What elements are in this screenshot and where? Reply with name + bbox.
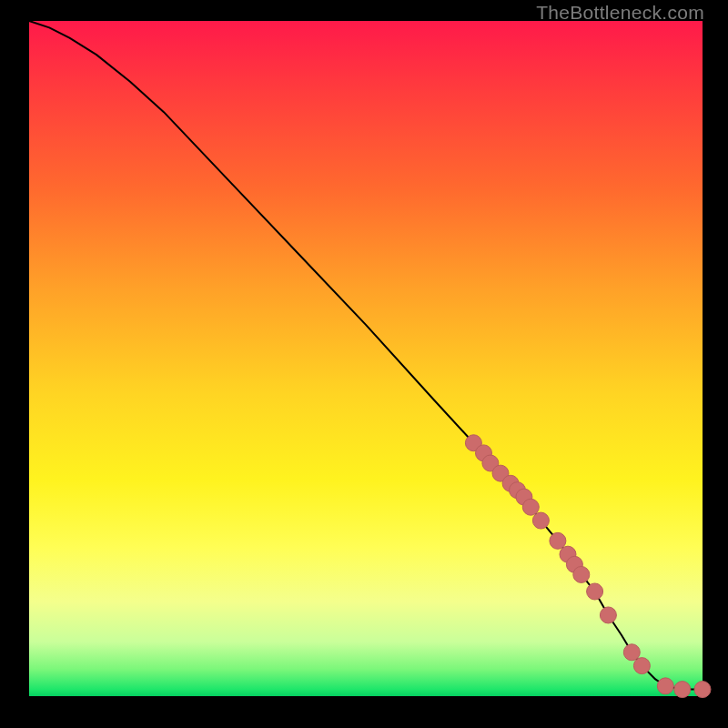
marker-group xyxy=(465,435,711,698)
marker-dot xyxy=(587,583,603,600)
marker-dot xyxy=(623,644,640,661)
marker-dot xyxy=(550,532,566,549)
plot-area xyxy=(29,21,703,696)
marker-dot xyxy=(694,682,711,698)
marker-dot xyxy=(674,682,691,698)
marker-dot xyxy=(522,499,539,515)
chart-svg xyxy=(29,21,703,696)
marker-dot xyxy=(532,512,549,529)
marker-dot xyxy=(633,658,650,674)
marker-dot xyxy=(600,607,616,623)
marker-dot xyxy=(657,678,673,694)
marker-dot xyxy=(573,566,590,582)
chart-stage: TheBottleneck.com xyxy=(0,0,728,728)
